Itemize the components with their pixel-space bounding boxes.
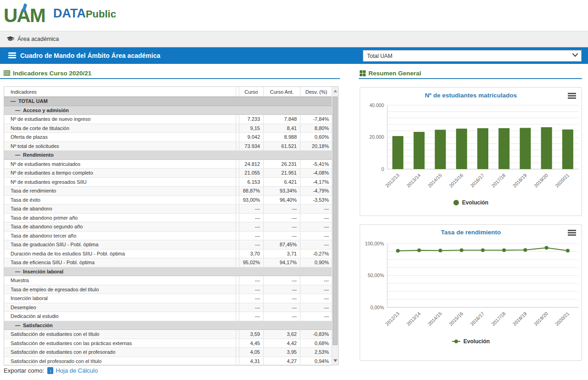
indicator-row[interactable]: Tasa de rendimiento88,87%93,34%-4,79% — [4, 187, 332, 196]
indicator-cell: 4,27 — [263, 357, 300, 366]
indicator-cell: 95,02% — [239, 258, 263, 267]
collapse-minus-icon[interactable]: — — [15, 269, 20, 274]
bar[interactable] — [498, 128, 509, 169]
data-point[interactable] — [439, 249, 442, 252]
indicator-cell: 3,59 — [239, 330, 263, 339]
indicator-row[interactable]: Tasa de abandono tercer año--------- — [4, 232, 332, 241]
legend-dot-icon — [453, 200, 459, 205]
data-point[interactable] — [545, 246, 548, 250]
indicator-row[interactable]: Nota de corte de titulación9,158,418,80% — [4, 124, 332, 133]
indicator-row[interactable]: Inserción laboral--------- — [4, 294, 332, 303]
group-label: —Acceso y admisión — [4, 106, 69, 115]
indicator-cell — [236, 196, 239, 204]
col-header-curso[interactable]: Curso — [239, 87, 263, 96]
datapublic-logo-text: DATAPublic — [53, 4, 116, 26]
scope-select[interactable]: Total UAM — [363, 50, 582, 62]
scrollbar-thumb[interactable] — [333, 96, 338, 345]
indicator-row[interactable]: Nº total de solicitudes73.93461.52120,18… — [4, 142, 332, 151]
indicator-row[interactable]: Tasa de éxito93,00%96,40%-3,53% — [4, 196, 332, 205]
indicator-cell: -7,84% — [300, 115, 332, 124]
bar[interactable] — [392, 136, 403, 169]
graduation-cap-icon — [6, 36, 14, 42]
collapse-minus-icon[interactable]: — — [15, 152, 20, 158]
x-tick-label: 2020/21 — [554, 311, 570, 327]
data-point[interactable] — [417, 249, 421, 252]
indicator-cell — [236, 348, 239, 357]
indicator-cell: --- — [239, 204, 263, 213]
bar[interactable] — [477, 128, 488, 169]
indicator-row[interactable]: Tasa de abandono segundo año--------- — [4, 222, 332, 232]
col-header-desv[interactable]: Desv. (%) — [300, 87, 332, 96]
group-row[interactable]: —Satisfacción — [4, 321, 332, 330]
indicator-cell — [236, 294, 239, 303]
indicator-cell: 93,00% — [239, 196, 263, 204]
breadcrumb-label[interactable]: Área académica — [17, 36, 59, 42]
data-point[interactable] — [396, 249, 400, 253]
indicator-cell: Nº de estudiantes egresados SIIU — [4, 178, 236, 187]
indicator-cell: Inserción laboral — [4, 294, 236, 303]
bar[interactable] — [562, 130, 573, 169]
group-row[interactable]: —TOTAL UAM — [4, 97, 332, 106]
col-header-curso-ant[interactable]: Curso Ant. — [263, 87, 300, 96]
page-title: Cuadro de Mando del Ámbito Área académic… — [20, 47, 160, 64]
bar[interactable] — [456, 129, 467, 169]
data-point[interactable] — [566, 249, 570, 252]
indicator-row[interactable]: Tasa de abandono primer año--------- — [4, 214, 332, 223]
collapse-minus-icon[interactable]: — — [15, 108, 20, 113]
indicator-row[interactable]: Nº de estudiantes egresados SIIU6.1536.4… — [4, 178, 332, 187]
indicator-row[interactable]: Nº de estudiantes de nuevo ingreso7.2337… — [4, 115, 332, 124]
group-row[interactable]: —Acceso y admisión — [4, 106, 332, 115]
uam-datapublic-logo[interactable]: UAM DATAPublic — [4, 4, 116, 26]
table-scrollbar[interactable] — [332, 87, 338, 365]
indicators-section-header: Indicadores Curso 2020/21 — [0, 68, 340, 79]
indicator-row[interactable]: Oferta de plazas9.0428.9880,60% — [4, 133, 332, 142]
data-point[interactable] — [460, 249, 464, 252]
group-row[interactable]: —Rendimiento — [4, 151, 332, 160]
indicator-row[interactable]: Tasa de abandono--------- — [4, 204, 332, 214]
indicator-cell — [236, 250, 239, 258]
indicator-cell: --- — [300, 222, 332, 231]
data-point[interactable] — [502, 249, 506, 252]
indicator-row[interactable]: Satisfacción del profesorado con el títu… — [4, 357, 332, 366]
bar[interactable] — [435, 130, 446, 169]
data-point[interactable] — [523, 248, 527, 252]
export-spreadsheet-link[interactable]: Hoja de Cálculo — [56, 367, 98, 374]
indicator-row[interactable]: Satisfacción de estudiantes con las prác… — [4, 339, 332, 348]
indicator-cell — [236, 240, 239, 249]
col-header-indicadores[interactable]: Indicadores — [4, 87, 236, 96]
indicator-row[interactable]: Satisfacción de estudiantes con el títul… — [4, 330, 332, 339]
chart2-menu-hamburger-icon[interactable] — [568, 230, 576, 236]
file-download-icon[interactable]: ↓ — [47, 367, 53, 374]
scope-select-wrap: Total UAM — [363, 50, 582, 62]
menu-hamburger-icon[interactable] — [8, 52, 16, 59]
indicator-row[interactable]: Tasa de empleo de egresados del título--… — [4, 285, 332, 295]
chart1-menu-hamburger-icon[interactable] — [568, 93, 576, 99]
indicator-cell: --- — [239, 294, 263, 303]
data-point[interactable] — [481, 248, 485, 252]
indicator-row[interactable]: Duración media de los estudios SIIU - Po… — [4, 250, 332, 259]
scrollbar-down-icon[interactable] — [334, 359, 337, 362]
chart2-legend[interactable]: Evolución — [360, 338, 582, 345]
indicator-row[interactable]: Nº de estudiantes a tiempo completo21.05… — [4, 169, 332, 178]
collapse-minus-icon[interactable]: — — [15, 323, 20, 328]
indicator-cell: Nº de estudiantes a tiempo completo — [4, 169, 236, 177]
indicator-row[interactable]: Nº de estudiantes matriculados24.81226.2… — [4, 160, 332, 169]
uam-logo-text: UAM — [4, 5, 45, 26]
indicator-row[interactable]: Dedicación al estudio--------- — [4, 312, 332, 321]
chart1-legend[interactable]: Evolución — [360, 199, 582, 206]
indicator-row[interactable]: Muestra--------- — [4, 276, 332, 285]
group-row[interactable]: —Inserción laboral — [4, 267, 332, 277]
indicator-row[interactable]: Desempleo--------- — [4, 303, 332, 312]
indicator-row[interactable]: Tasa de eficiencia SIIU - Pobl. óptima95… — [4, 258, 332, 267]
scrollbar-up-icon[interactable] — [334, 90, 337, 92]
indicator-row[interactable]: Tasa de graduación SIIU - Pobl. óptima--… — [4, 240, 332, 250]
indicator-row[interactable]: Satisfacción de estudiantes con el profe… — [4, 348, 332, 357]
indicator-cell: --- — [300, 312, 332, 321]
x-tick-label: 2013/14 — [405, 311, 421, 327]
bar[interactable] — [541, 127, 552, 169]
indicator-cell — [236, 312, 239, 321]
collapse-minus-icon[interactable]: — — [11, 98, 16, 104]
bar[interactable] — [520, 128, 531, 169]
indicator-cell — [236, 160, 239, 169]
bar[interactable] — [413, 132, 424, 169]
